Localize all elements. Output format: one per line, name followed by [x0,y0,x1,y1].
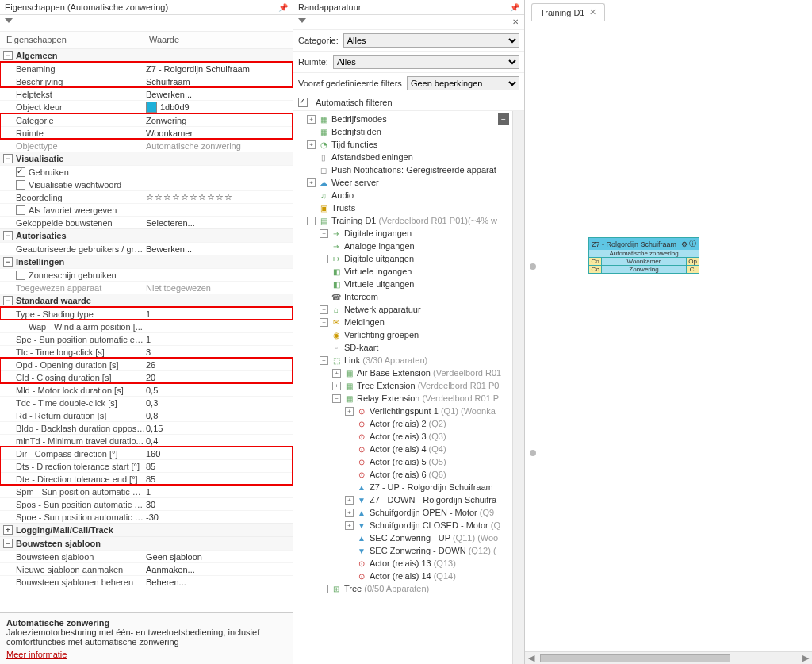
tree-item[interactable]: SD-kaart [295,341,512,354]
value-dir[interactable]: 160 [146,449,289,459]
tree-item[interactable]: Z7 - UP - Rolgordijn Schuifraam [295,481,512,493]
scroll-right-icon[interactable]: ▶ [799,653,812,663]
value-bldo[interactable]: 0,15 [146,424,289,433]
port-cl[interactable]: Cl [686,265,699,273]
filter-icon[interactable] [297,17,308,28]
tree-item[interactable]: Actor (relais) 3 (Q3) [295,430,512,443]
link-aanmaken[interactable]: Aanmaken... [146,565,289,574]
group-sjabloon[interactable]: −Bouwsteen sjabloon [0,536,293,550]
link-selecteren[interactable]: Selecteren... [146,218,289,228]
group-instellingen[interactable]: −Instellingen [0,255,293,268]
tree-item[interactable]: Afstandsbedieningen [295,151,512,163]
tree-item[interactable]: +Bedrijfsmodes− [295,113,512,125]
value-rd[interactable]: 0,8 [146,411,289,420]
tab-close-icon[interactable]: ✕ [589,7,596,17]
value-mld[interactable]: 0,5 [146,386,289,395]
tree-item[interactable]: Actor (relais) 4 (Q4) [295,443,512,455]
close-icon[interactable] [510,17,521,28]
tree-item[interactable]: SEC Zonwering - DOWN (Q12) ( [295,544,512,557]
tree-item[interactable]: Audio [295,189,512,202]
value-tlc[interactable]: 3 [146,347,289,357]
expander-icon[interactable]: − [3,257,13,267]
tree-item[interactable]: Virtuele uitgangen [295,278,512,290]
tree-item[interactable]: Actor (relais) 5 (Q5) [295,455,512,468]
tree-item[interactable]: Bedrijfstijden [295,125,512,138]
info-icon[interactable]: ⓘ [689,239,696,249]
tree-item-training[interactable]: −Training D1 (Verdeelbord R01 P01)(~4% w [295,214,512,227]
group-algemeen[interactable]: −Algemeen [0,48,293,62]
value-dts[interactable]: 85 [146,462,289,471]
pin-icon[interactable] [510,2,519,12]
scroll-left-icon[interactable]: ◀ [525,653,538,663]
tree-item[interactable]: Actor (relais) 6 (Q6) [295,468,512,481]
canvas-port[interactable] [530,263,536,270]
value-dte[interactable]: 85 [146,474,289,484]
expander-icon[interactable]: − [3,539,13,548]
tree-item[interactable]: +Digitale ingangen [295,227,512,240]
value-spos[interactable]: 30 [146,500,289,509]
tree-item[interactable]: +Schuifgordijn CLOSED - Motor (Q [295,519,512,532]
group-autorisaties[interactable]: −Autorisaties [0,228,293,242]
expander-icon[interactable]: − [3,296,13,305]
value-categorie[interactable]: Zonwering [146,116,289,125]
checkbox-favoriet[interactable] [16,205,25,215]
group-visualisatie[interactable]: −Visualisatie [0,152,293,165]
tree-item[interactable]: Actor (relais) 14 (Q14) [295,570,512,582]
more-info-link[interactable]: Meer informatie [6,650,67,659]
expander-icon[interactable]: − [3,231,13,240]
value-kleur[interactable]: 1db0d9 [146,102,289,113]
tree-item[interactable]: −Link (3/30 Apparaten) [295,354,512,367]
tab-training[interactable]: Training D1 ✕ [531,3,605,21]
link-beheren[interactable]: Beheren... [146,578,289,587]
group-standaard[interactable]: −Standaard waarde [0,294,293,307]
room-select[interactable]: Alles [333,55,519,69]
gear-icon[interactable]: ⚙ [681,240,688,248]
checkbox-zonneschijn[interactable] [16,271,25,280]
tree-item[interactable]: SEC Zonwering - UP (Q11) (Woo [295,532,512,544]
tree-item[interactable]: +Tree Extension (Verdeelbord R01 P0 [295,379,512,392]
tree-item[interactable]: Verlichting groepen [295,328,512,341]
filter-icon[interactable] [3,17,14,28]
value-ruimte[interactable]: Woonkamer [146,129,289,138]
collapse-all-icon[interactable]: − [498,113,509,125]
port-cc[interactable]: Cc [589,265,602,273]
value-sjabloon[interactable]: Geen sjabloon [146,552,289,562]
canvas-port[interactable] [530,450,536,456]
value-helptekst[interactable]: Bewerken... [146,90,289,99]
checkbox-gebruiken[interactable] [16,167,25,177]
tree-item[interactable]: +Schuifgordijn OPEN - Motor (Q9 [295,506,512,519]
tree-item[interactable]: +Meldingen [295,316,512,328]
value-spm[interactable]: 1 [146,487,289,497]
value-spoe[interactable]: -30 [146,512,289,522]
expander-icon[interactable]: + [3,525,13,535]
predef-select[interactable]: Geen beperkingen [407,76,519,90]
value-benaming[interactable]: Z7 - Rolgordijn Schuifraam [146,64,289,74]
group-logging[interactable]: +Logging/Mail/Call/Track [0,523,293,536]
value-type[interactable]: 1 [146,309,289,319]
tree-item[interactable]: Virtuele ingangen [295,265,512,278]
value-spe[interactable]: 1 [146,335,289,344]
tree-item[interactable]: +Tree (0/50 Apparaten) [295,582,512,595]
value-beschrijving[interactable]: Schuifraam [146,77,289,86]
rating-stars[interactable]: ☆☆☆☆☆☆☆☆☆☆ [146,192,289,202]
tree-item[interactable]: Actor (relais) 13 (Q13) [295,557,512,570]
tree-item[interactable]: +Netwerk apparatuur [295,303,512,316]
category-select[interactable]: Alles [343,33,519,48]
tree-item[interactable]: Actor (relais) 2 (Q2) [295,417,512,430]
tree-item[interactable]: +Weer server [295,176,512,189]
value-mintd[interactable]: 0,4 [146,436,289,446]
scroll-thumb[interactable] [540,654,730,662]
value-tdc[interactable]: 0,3 [146,398,289,408]
tree-item[interactable]: +Air Base Extension (Verdeelbord R01 [295,367,512,379]
tree-item[interactable]: +Z7 - DOWN - Rolgordijn Schuifra [295,493,512,506]
tree-item[interactable]: Push Notifications: Geregistreerde appar… [295,163,512,176]
value-users[interactable]: Bewerken... [146,244,289,254]
tree-item[interactable]: +Tijd functies [295,138,512,151]
vertical-scrollbar[interactable] [512,111,524,664]
tree-item[interactable]: −Relay Extension (Verdeelbord R01 P [295,392,512,405]
tree-item[interactable]: Trusts [295,202,512,214]
checkbox-autofilter[interactable] [298,98,308,107]
value-cld[interactable]: 20 [146,373,289,382]
port-co[interactable]: Co [589,257,602,265]
checkbox-wachtwoord[interactable] [16,180,25,190]
